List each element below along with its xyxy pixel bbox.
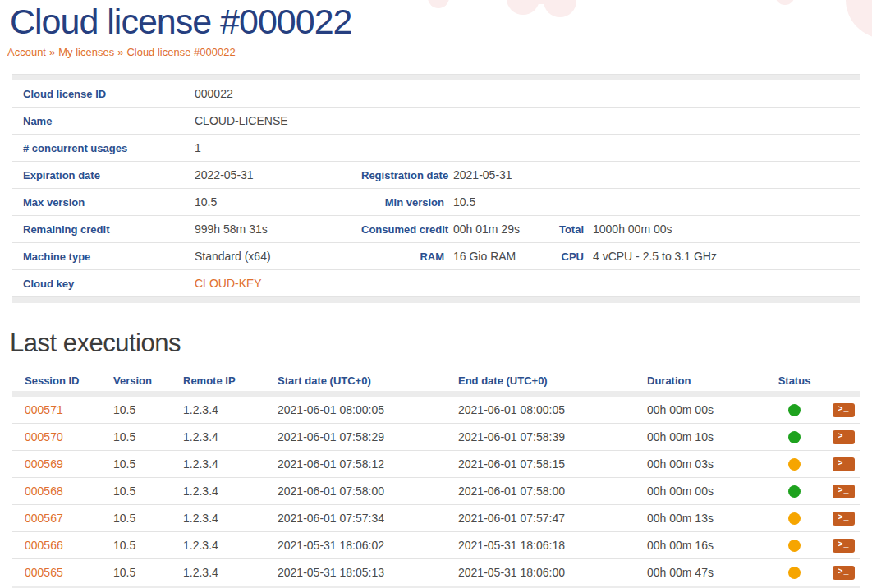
detail-label: Cloud license ID (12, 88, 195, 100)
detail-value: 2022-05-31 (195, 168, 361, 181)
detail-value: Standard (x64) (195, 250, 361, 263)
version-value: 10.5 (107, 403, 177, 416)
remote-ip-value: 1.2.3.4 (177, 485, 271, 498)
breadcrumb-link-current[interactable]: Cloud license #000022 (126, 46, 235, 58)
status-cell (768, 458, 821, 471)
execution-row: 00056710.51.2.3.42021-06-01 07:57:342021… (12, 505, 860, 532)
breadcrumb-link-my-licenses[interactable]: My licenses (58, 46, 114, 58)
terminal-cell: >_ (821, 457, 860, 471)
duration-value: 00h 00m 13s (640, 512, 768, 525)
terminal-icon[interactable]: >_ (833, 430, 855, 444)
status-cell (768, 567, 821, 579)
remote-ip-value: 1.2.3.4 (177, 539, 271, 552)
remote-ip-value: 1.2.3.4 (177, 566, 271, 579)
execution-row: 00057110.51.2.3.42021-06-01 08:00:052021… (12, 397, 860, 424)
terminal-cell: >_ (821, 539, 860, 553)
details-row: # concurrent usages1 (12, 135, 860, 162)
column-header-version: Version (107, 374, 177, 387)
detail-value: 00h 01m 29s (453, 223, 535, 236)
execution-row: 00056810.51.2.3.42021-06-01 07:58:002021… (12, 478, 860, 505)
session-id-link[interactable]: 000571 (12, 403, 107, 416)
status-warning-icon (788, 540, 801, 552)
detail-label: Cloud key (12, 278, 195, 290)
end-date-value: 2021-05-31 18:06:18 (452, 539, 640, 552)
version-value: 10.5 (107, 539, 177, 552)
status-ok-icon (788, 485, 801, 498)
details-row: Expiration date2022-05-31Registration da… (12, 162, 860, 189)
start-date-value: 2021-06-01 07:57:34 (271, 512, 452, 525)
table-bottom-strip (12, 297, 860, 303)
detail-value: 16 Gio RAM (453, 250, 535, 263)
breadcrumb-link-account[interactable]: Account (7, 46, 46, 58)
detail-value: 4 vCPU - 2.5 to 3.1 GHz (593, 250, 860, 263)
terminal-cell: >_ (821, 403, 860, 417)
session-id-link[interactable]: 000566 (12, 539, 107, 552)
duration-value: 00h 00m 16s (640, 539, 768, 552)
details-row: Cloud keyCLOUD-KEY (12, 270, 860, 297)
end-date-value: 2021-06-01 07:58:39 (452, 430, 640, 443)
detail-label: Registration date (361, 169, 453, 181)
terminal-cell: >_ (821, 430, 860, 444)
duration-value: 00h 00m 00s (640, 485, 768, 498)
breadcrumb-separator: » (49, 46, 55, 58)
status-cell (768, 404, 821, 416)
breadcrumb: Account»My licenses»Cloud license #00002… (7, 46, 860, 58)
start-date-value: 2021-06-01 08:00:05 (271, 403, 452, 416)
details-row: Remaining credit999h 58m 31sConsumed cre… (12, 216, 860, 243)
end-date-value: 2021-06-01 07:58:15 (452, 457, 640, 471)
terminal-icon[interactable]: >_ (833, 512, 855, 526)
duration-value: 00h 00m 03s (640, 457, 768, 471)
detail-value: CLOUD-LICENSE (195, 114, 860, 127)
status-ok-icon (788, 431, 801, 443)
duration-value: 00h 00m 10s (640, 430, 768, 443)
version-value: 10.5 (107, 485, 177, 498)
detail-label: Consumed credit (361, 223, 453, 236)
terminal-icon[interactable]: >_ (833, 539, 855, 553)
session-id-link[interactable]: 000570 (12, 430, 107, 443)
end-date-value: 2021-06-01 08:00:05 (452, 403, 640, 416)
end-date-value: 2021-05-31 18:06:00 (452, 566, 640, 579)
remote-ip-value: 1.2.3.4 (177, 403, 271, 416)
terminal-cell: >_ (821, 566, 860, 580)
session-id-link[interactable]: 000565 (12, 566, 107, 579)
detail-label: Expiration date (12, 169, 195, 181)
status-cell (768, 485, 821, 498)
version-value: 10.5 (107, 512, 177, 525)
execution-row: 00056910.51.2.3.42021-06-01 07:58:122021… (12, 451, 860, 478)
license-details-table: Cloud license ID000022NameCLOUD-LICENSE#… (12, 74, 860, 303)
detail-label: Total (535, 223, 593, 236)
session-id-link[interactable]: 000567 (12, 512, 107, 525)
end-date-value: 2021-06-01 07:58:00 (452, 485, 640, 498)
session-id-link[interactable]: 000569 (12, 457, 107, 471)
start-date-value: 2021-05-31 18:06:02 (271, 539, 452, 552)
detail-label: # concurrent usages (12, 142, 195, 154)
start-date-value: 2021-05-31 18:05:13 (271, 566, 452, 579)
terminal-icon[interactable]: >_ (833, 403, 855, 417)
status-cell (768, 431, 821, 443)
terminal-cell: >_ (821, 485, 860, 498)
detail-label: Min version (361, 196, 453, 209)
detail-value: 999h 58m 31s (195, 223, 361, 236)
status-cell (768, 540, 821, 552)
status-warning-icon (788, 567, 801, 579)
terminal-icon[interactable]: >_ (833, 566, 855, 580)
column-header-status: Status (768, 374, 821, 387)
status-cell (768, 512, 821, 525)
last-executions-heading: Last executions (10, 328, 860, 358)
detail-value: 1 (195, 141, 860, 154)
terminal-icon[interactable]: >_ (833, 485, 855, 498)
remote-ip-value: 1.2.3.4 (177, 430, 271, 443)
column-header-duration: Duration (640, 374, 768, 387)
detail-value: 10.5 (453, 195, 860, 209)
cloud-key-link[interactable]: CLOUD-KEY (195, 277, 860, 290)
remote-ip-value: 1.2.3.4 (177, 457, 271, 471)
duration-value: 00h 00m 47s (640, 566, 768, 579)
breadcrumb-separator: » (117, 46, 123, 58)
terminal-icon[interactable]: >_ (833, 457, 855, 471)
detail-label: Max version (12, 196, 195, 209)
session-id-link[interactable]: 000568 (12, 485, 107, 498)
status-ok-icon (788, 404, 801, 416)
start-date-value: 2021-06-01 07:58:00 (271, 485, 452, 498)
detail-label: Name (12, 115, 195, 127)
start-date-value: 2021-06-01 07:58:12 (271, 457, 452, 471)
